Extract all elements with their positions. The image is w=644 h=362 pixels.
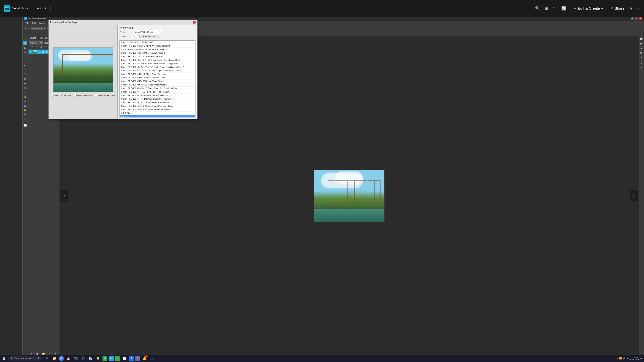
printer-row: Printer: Canon PRO-100 series ▾	[120, 30, 196, 34]
printer-label: Printer:	[120, 31, 131, 33]
dialog-title: Photoshop Print Settings	[50, 21, 193, 24]
tool-brush[interactable]: 🖌	[23, 41, 27, 45]
color-profile-item[interactable]: Canon PRO-100 <PTN> 3 Photo Paper Pro Pl…	[120, 101, 195, 104]
add-to-label: Add to	[40, 7, 47, 10]
color-profile-item[interactable]: Canon PRO-100 <PTN> 1/2 Photo Paper Pro …	[120, 97, 195, 101]
match-print-colors-text: Match Print Colors	[54, 94, 71, 96]
tool-clone[interactable]: ⊕	[23, 50, 27, 54]
printer-setup-title: Printer Setup	[120, 26, 196, 29]
tool-shape[interactable]: □	[23, 77, 27, 81]
canvas-image	[314, 170, 322, 181]
color-profile-item[interactable]: Canon PRO-100 <GO> 2 Other Glossy Paper	[120, 55, 195, 58]
copies-input[interactable]	[132, 35, 140, 38]
color-profile-item[interactable]: Canon PRO-100 <PT> 1/2 Photo Paper Pro P…	[120, 90, 195, 94]
tool-eye[interactable]: 👁	[23, 99, 27, 103]
color-profile-item[interactable]: Canon PRO-100 <FB> 2 Other Fine Art Pape…	[120, 48, 195, 51]
ps-logo: Ps	[24, 17, 27, 20]
tool-home[interactable]: ⌂	[23, 37, 27, 41]
dialog-close-button[interactable]: ✕	[193, 21, 196, 24]
dialog-titlebar: Photoshop Print Settings ✕	[49, 20, 197, 25]
match-print-colors-checkbox[interactable]	[51, 94, 54, 96]
lock-transparent-icon[interactable]: □	[34, 46, 35, 48]
color-profile-item[interactable]: e-sRGB	[120, 115, 195, 117]
printer-dropdown-icon: ▾	[164, 31, 164, 33]
tool-hand[interactable]: ✋	[23, 108, 27, 112]
tool-lasso[interactable]: 〇	[23, 54, 27, 59]
tool-move[interactable]: ✛	[23, 68, 27, 72]
color-profile-item[interactable]: Canon PRO-100 <LU> 3 Photo Paper Pro Lus…	[120, 76, 195, 79]
print-preview-area: Match Print Colors Gamut Warning Show Pa…	[49, 25, 118, 119]
tool-magic[interactable]: ✦	[23, 59, 27, 63]
mode-select[interactable]: Normal	[31, 27, 43, 30]
ps-title: Adobe Photoshop CC	[28, 17, 322, 19]
dialog-body: Match Print Colors Gamut Warning Show Pa…	[49, 25, 197, 119]
gamut-warning-text: Gamut Warning	[77, 94, 92, 96]
tool-text[interactable]: T	[23, 72, 27, 76]
print-preview-image	[53, 47, 113, 92]
lock-image-icon[interactable]: ✏	[36, 46, 38, 48]
color-profile-item[interactable]: Canon PRO-100 <FE> 2 Other Fine Art Pape…	[120, 51, 195, 55]
photos-logo: 📷	[4, 5, 10, 12]
print-settings-right: Printer Setup Printer: Canon PRO-100 ser…	[118, 25, 197, 119]
tool-heal[interactable]: ⊛	[23, 86, 27, 90]
add-icon: +	[37, 7, 39, 10]
color-profile-item[interactable]: Canon PRO-100 <PMN> 2/3 Photo Paper Pro …	[120, 87, 195, 90]
print-settings-dialog: Photoshop Print Settings ✕ Match Print C…	[48, 19, 198, 119]
tool-blur[interactable]: 💧	[23, 104, 27, 108]
ps-left-toolbar: ⌂ 🖌 ◻ ⊕ 〇 ✦ ⊡ ✛ T □ ✒ ⊛ ○ ▣ 👁 💧 ✋ 🔍 ···	[22, 36, 28, 181]
color-profile-list[interactable]: Canon IJ Color Printer Profile 2005Canon…	[120, 40, 196, 117]
tool-crop[interactable]: ⊡	[23, 63, 27, 68]
tool-dodge[interactable]: ○	[23, 90, 27, 94]
photos-topbar: 📷 See all photos + Add to 🔍 🗑 ♡ 🔄 ✏ Edit…	[0, 0, 322, 17]
color-profile-item[interactable]: Canon PRO-100 <GL><PP> 3 Photo Paper Plu…	[120, 62, 195, 65]
fill-label: Fill:	[44, 46, 48, 48]
gamut-warning-checkbox[interactable]	[74, 94, 76, 96]
color-profile-item[interactable]: Canon PRO-100 <LU> 1/2 Photo Paper Pro L…	[120, 72, 195, 76]
color-profile-item[interactable]: Canon PRO-100 <MPN> 2/3 Matte Photo Pape…	[120, 83, 195, 87]
color-profile-item[interactable]: Canon PRO-100 <PT> 3 Photo Paper Pro Pla…	[120, 94, 195, 97]
menu-edit[interactable]: Edit	[31, 21, 37, 24]
lock-all-icon[interactable]: 🔒	[40, 46, 42, 48]
layer-name: Background	[38, 51, 49, 53]
lock-label: Lock:	[29, 46, 33, 48]
menu-file[interactable]: File	[24, 21, 30, 24]
blend-mode-select[interactable]: Normal	[29, 41, 43, 44]
menu-image[interactable]: Image	[38, 21, 46, 24]
show-paper-white-checkbox[interactable]	[95, 94, 97, 96]
color-profile-item[interactable]: Canon PRO-100 <GLA><PP> 3 Photo Paper Pl…	[120, 69, 195, 72]
layers-tab[interactable]: Layers	[28, 36, 38, 40]
tool-gradient[interactable]: ▣	[23, 95, 27, 99]
color-profile-item[interactable]: Canon PRO-100 <SG> 1/2 Photo Paper Plus …	[120, 104, 195, 108]
foreground-color[interactable]	[23, 123, 27, 127]
printer-setup-section: Printer Setup Printer: Canon PRO-100 ser…	[118, 25, 197, 40]
layer-visibility-icon[interactable]: 👁	[29, 51, 31, 53]
print-settings-button[interactable]: Print Settings...	[141, 35, 159, 38]
show-paper-white-text: Show Paper White	[98, 94, 115, 96]
color-profile-item[interactable]: Canon IJ Color Printer Profile 2005	[120, 40, 195, 44]
match-print-colors-label[interactable]: Match Print Colors	[51, 94, 71, 96]
color-profile-item[interactable]: Canon PRO-100 <GL><PP> 1/2 Photo Paper P…	[120, 58, 195, 62]
layer-thumbnail	[32, 50, 37, 53]
tool-zoom[interactable]: 🔍	[23, 113, 27, 117]
color-profile-item[interactable]: Canon PRO-100 <GLA><PPA> 1/2 Photo Paper…	[120, 65, 195, 69]
see-all-label: See all photos	[12, 7, 28, 10]
lock-position-icon[interactable]: +	[38, 46, 39, 48]
tool-eraser[interactable]: ◻	[23, 46, 27, 50]
copies-label: Copies:	[120, 35, 131, 37]
tool-pen[interactable]: ✒	[23, 81, 27, 85]
show-paper-white-label[interactable]: Show Paper White	[95, 94, 115, 96]
color-profile-item[interactable]: Canon PRO-100 <MP> 2/3 Matte Photo Paper	[120, 79, 195, 83]
printer-select[interactable]: Canon PRO-100 series	[132, 30, 162, 34]
color-profile-item[interactable]: Canon PRO-100 <SG> 3 Photo Paper Plus Se…	[120, 108, 195, 111]
mode-label: Mode:	[24, 27, 30, 29]
preview-options: Match Print Colors Gamut Warning Show Pa…	[51, 94, 115, 96]
ps-canvas	[314, 170, 322, 181]
gamut-warning-label[interactable]: Gamut Warning	[74, 94, 92, 96]
color-profile-item[interactable]: Canon PRO-100 <FBS> 2/3 Fine Art Museum …	[120, 44, 195, 48]
add-to-button[interactable]: + Add to	[34, 5, 51, 11]
see-all-photos-button[interactable]: 📷 See all photos	[0, 0, 32, 17]
color-profile-item[interactable]: CIE RGB	[120, 111, 195, 115]
copies-row: Copies: Print Settings...	[120, 35, 196, 38]
tool-more[interactable]: ···	[23, 117, 27, 121]
